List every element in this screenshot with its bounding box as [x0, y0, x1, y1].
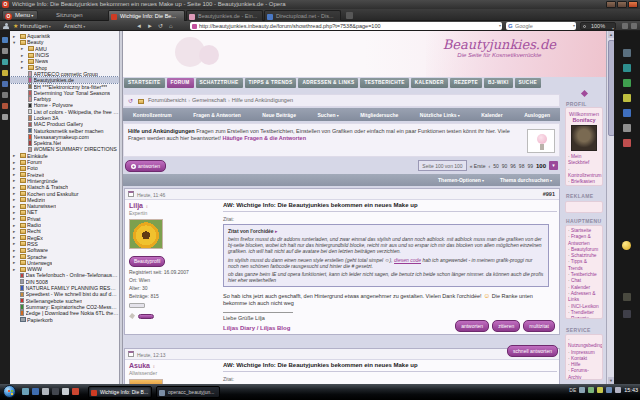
beautyprofil-button[interactable]: Beautyprofil — [129, 256, 165, 267]
nav-startseite[interactable]: STARTSEITE — [124, 78, 165, 88]
launcher-icon-8[interactable] — [623, 293, 631, 301]
usernav-mitgliedersuche[interactable]: Mitgliedersuche ▾ — [360, 112, 398, 118]
close-button[interactable] — [628, 1, 638, 8]
history-panel-icon[interactable] — [2, 81, 8, 87]
first-page-link[interactable]: « Erste — [470, 163, 486, 169]
info-panel-icon[interactable] — [2, 114, 8, 120]
expander-icon[interactable] — [21, 65, 26, 70]
reply-button[interactable]: +antworten — [125, 160, 166, 172]
launcher-icon-4[interactable] — [623, 94, 631, 102]
page-number-link[interactable]: 50 — [493, 163, 499, 169]
breadcrumb-leaf[interactable]: Hilfe und Ankündigungen — [232, 97, 293, 103]
quicklaunch-icon-4[interactable] — [52, 388, 59, 395]
launcher-icon-2[interactable] — [623, 64, 631, 72]
sidebar-link-steckbrief[interactable]: Mein Steckbrief — [568, 154, 601, 167]
hauptmenu-link[interactable]: Fragen & Antworten — [568, 234, 601, 247]
refresh-icon[interactable]: ↺ — [128, 98, 133, 104]
expander-icon[interactable] — [13, 191, 18, 196]
search-dropdown-icon[interactable]: ▾ — [573, 23, 575, 28]
tray-icon-3[interactable] — [597, 387, 603, 393]
post-quote-button[interactable]: zitieren — [492, 320, 520, 332]
expander-icon[interactable] — [13, 172, 18, 177]
user-action-button[interactable] — [138, 314, 154, 319]
tab-wichtige-info[interactable]: Wichtige Info: Die Be... — [108, 10, 185, 21]
expander-icon[interactable] — [13, 34, 18, 39]
yellow-gadget-icon[interactable] — [622, 241, 631, 250]
nav-bj-wiki[interactable]: BJ-WIKI — [484, 78, 513, 88]
expander-icon[interactable] — [13, 241, 18, 246]
thread-search-button[interactable]: Thema durchsuchen — [500, 177, 552, 183]
bookmark-item[interactable]: Speedtest - Wie schnell bist du auf der … — [10, 291, 119, 297]
reload-button[interactable]: ↺ — [158, 22, 163, 30]
search-panel-icon[interactable] — [2, 103, 8, 109]
downloads-panel-icon[interactable] — [2, 70, 8, 76]
expander-icon[interactable] — [21, 53, 26, 58]
bookmarks-panel-icon[interactable] — [2, 37, 8, 43]
start-button[interactable] — [3, 385, 16, 398]
expander-icon[interactable] — [13, 185, 18, 190]
address-bar[interactable]: ▾ — [190, 22, 502, 30]
sessions-button[interactable]: Sitzungen — [52, 10, 87, 20]
expander-icon[interactable] — [13, 204, 18, 209]
nav-forum[interactable]: FORUM — [167, 78, 194, 88]
menu-button[interactable]: OMenu — [2, 10, 38, 20]
page-number-link[interactable]: 99 — [527, 163, 533, 169]
prev-page-link[interactable]: ‹ — [489, 163, 491, 169]
tray-icon-2[interactable] — [588, 387, 594, 393]
expander-icon[interactable] — [13, 153, 18, 158]
expander-icon[interactable] — [13, 223, 18, 228]
post-reply-button[interactable]: antworten — [455, 320, 489, 332]
bookmark-item[interactable]: Summary: Expiratorische CO2-Messung i... — [10, 304, 119, 310]
post-author-link[interactable]: Asuka — [129, 362, 150, 369]
expander-icon[interactable] — [13, 160, 18, 165]
bookmark-item[interactable]: Das Telefonbuch - Online-Telefonauskunf.… — [10, 272, 119, 278]
expander-icon[interactable] — [13, 210, 18, 215]
quote-jump-icon[interactable]: ▸ — [275, 228, 278, 234]
launcher-icon-7[interactable] — [623, 139, 631, 147]
zoom-control[interactable]: 100% — [580, 22, 616, 30]
nav-testberichte[interactable]: TESTBERICHTE — [360, 78, 408, 88]
taskbar-task-file[interactable]: operacc_beautyjun... — [156, 386, 220, 398]
back-button[interactable]: ◄ — [136, 22, 142, 30]
nav-suche[interactable]: SUCHE — [515, 78, 541, 88]
expander-icon[interactable] — [13, 216, 18, 221]
tray-icon-5[interactable] — [615, 387, 621, 393]
report-icon[interactable] — [129, 313, 135, 319]
panels-toggle-icon[interactable] — [622, 23, 628, 29]
usernav-kalender[interactable]: Kalender ▾ — [481, 112, 502, 118]
widgets-panel-icon[interactable] — [2, 48, 8, 54]
site-logo[interactable]: Beautyjunkies.de Die Seite für Kosmetikv… — [443, 38, 556, 58]
page-dropdown-button[interactable]: ▾ — [549, 161, 558, 170]
usernav-neue-beitraege[interactable]: Neue Beiträge ▾ — [262, 112, 296, 118]
hauptmenu-link[interactable]: Adressen & Links — [568, 291, 601, 304]
expander-icon[interactable] — [13, 260, 18, 265]
maximize-button[interactable] — [617, 1, 627, 8]
post-author-link[interactable]: Lilja — [129, 202, 143, 209]
post-multiquote-button[interactable]: multizitat — [523, 320, 555, 332]
nav-schatztruhe[interactable]: SCHATZTRUHE — [196, 78, 243, 88]
hauptmenu-link[interactable]: Tipps & Trends — [568, 259, 601, 272]
breadcrumb-mid[interactable]: Gemeinschaft — [192, 97, 226, 103]
usernav-fragen-antworten[interactable]: Fragen & Antworten ▾ — [193, 112, 241, 118]
service-link[interactable]: Nutzungsbedingungen — [568, 337, 601, 350]
expander-icon[interactable] — [13, 248, 18, 253]
quicklaunch-icon-6[interactable] — [72, 388, 79, 395]
quicklaunch-icon-5[interactable] — [62, 388, 69, 395]
page-number-link[interactable]: 98 — [519, 163, 525, 169]
forward-button[interactable]: ► — [147, 22, 153, 30]
expander-icon[interactable] — [13, 267, 18, 272]
taskbar-clock[interactable]: 15:43 — [624, 387, 638, 393]
bookmark-item[interactable]: Zedge | Download free Nokia 6TL themes f… — [10, 310, 119, 316]
expander-icon[interactable] — [21, 46, 26, 51]
url-input[interactable] — [199, 22, 493, 30]
expander-icon[interactable] — [13, 229, 18, 234]
post-number[interactable]: #991 — [543, 191, 555, 197]
breadcrumb-root[interactable]: Forumübersicht — [148, 97, 186, 103]
page-number-link[interactable]: 90 — [502, 163, 508, 169]
quicklaunch-icon-1[interactable] — [22, 388, 29, 395]
taskbar-task-opera[interactable]: Wichtige Info: Die B... — [88, 386, 152, 398]
launcher-icon-9[interactable] — [623, 310, 631, 318]
sidebar-link-ausloggen[interactable]: Ausloggen — [568, 185, 601, 186]
tab-beautyjunkies[interactable]: Beautyjunkies.de - Ein... — [186, 10, 263, 21]
quicklaunch-icon-2[interactable] — [32, 388, 39, 395]
